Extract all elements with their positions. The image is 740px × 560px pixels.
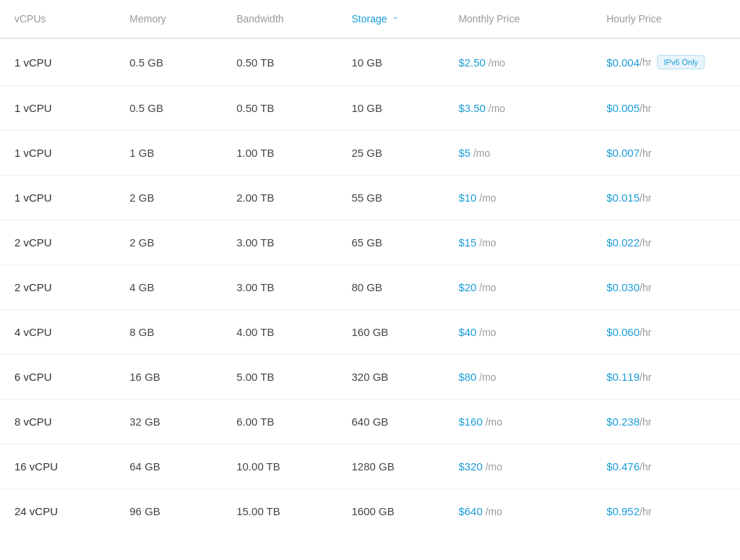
- cell-storage: 160 GB: [337, 310, 444, 355]
- cell-vcpus: 1 vCPU: [0, 38, 115, 86]
- table-row[interactable]: 24 vCPU 96 GB 15.00 TB 1600 GB $640 /mo …: [0, 489, 740, 534]
- cell-bandwidth: 10.00 TB: [222, 444, 337, 489]
- table-row[interactable]: 1 vCPU 1 GB 1.00 TB 25 GB $5 /mo $0.007 …: [0, 131, 740, 176]
- monthly-price: $15: [458, 236, 476, 249]
- table-row[interactable]: 1 vCPU 0.5 GB 0.50 TB 10 GB $3.50 /mo $0…: [0, 86, 740, 131]
- cell-bandwidth: 3.00 TB: [222, 265, 337, 310]
- cell-hourly: $0.030 /hr: [592, 265, 740, 310]
- cell-hourly: $0.060 /hr: [592, 310, 740, 355]
- cell-monthly: $320 /mo: [444, 444, 592, 489]
- monthly-unit: /mo: [483, 461, 502, 473]
- pricing-table: vCPUs Memory Bandwidth Storage ⌃ Monthly…: [0, 0, 740, 533]
- hourly-price: $0.476: [606, 460, 640, 473]
- monthly-price: $320: [458, 460, 482, 473]
- cell-bandwidth: 5.00 TB: [222, 355, 337, 400]
- cell-memory: 1 GB: [115, 131, 222, 176]
- table-row[interactable]: 2 vCPU 4 GB 3.00 TB 80 GB $20 /mo $0.030…: [0, 265, 740, 310]
- hourly-unit: /hr: [640, 103, 651, 114]
- monthly-unit: /mo: [486, 57, 505, 69]
- monthly-price: $20: [458, 281, 476, 293]
- table-row[interactable]: 8 vCPU 32 GB 6.00 TB 640 GB $160 /mo $0.…: [0, 400, 740, 444]
- cell-vcpus: 24 vCPU: [0, 489, 115, 534]
- monthly-unit: /mo: [476, 282, 496, 293]
- hourly-unit: /hr: [640, 237, 651, 249]
- cell-storage: 10 GB: [337, 86, 444, 131]
- sort-icon: ⌃: [392, 16, 398, 24]
- cell-bandwidth: 0.50 TB: [222, 38, 337, 86]
- table-row[interactable]: 1 vCPU 2 GB 2.00 TB 55 GB $10 /mo $0.015…: [0, 176, 740, 220]
- col-header-hourly: Hourly Price: [592, 0, 740, 38]
- cell-storage: 640 GB: [337, 400, 444, 444]
- monthly-price: $640: [458, 505, 482, 517]
- hourly-unit: /hr: [640, 461, 651, 473]
- cell-storage: 1280 GB: [337, 444, 444, 489]
- cell-storage: 55 GB: [337, 176, 444, 220]
- cell-memory: 64 GB: [115, 444, 222, 489]
- storage-header-label: Storage: [351, 13, 387, 25]
- table-row[interactable]: 6 vCPU 16 GB 5.00 TB 320 GB $80 /mo $0.1…: [0, 355, 740, 400]
- ipv6-badge: IPv6 Only: [657, 55, 705, 69]
- cell-vcpus: 6 vCPU: [0, 355, 115, 400]
- hourly-price: $0.952: [606, 505, 640, 517]
- table-row[interactable]: 2 vCPU 2 GB 3.00 TB 65 GB $15 /mo $0.022…: [0, 220, 740, 265]
- cell-memory: 2 GB: [115, 220, 222, 265]
- cell-hourly: $0.005 /hr: [592, 86, 740, 131]
- monthly-unit: /mo: [483, 416, 502, 428]
- monthly-unit: /mo: [470, 147, 490, 159]
- hourly-unit: /hr: [640, 506, 651, 517]
- cell-bandwidth: 3.00 TB: [222, 220, 337, 265]
- table-header-row: vCPUs Memory Bandwidth Storage ⌃ Monthly…: [0, 0, 740, 38]
- cell-vcpus: 16 vCPU: [0, 444, 115, 489]
- cell-monthly: $160 /mo: [444, 400, 592, 444]
- cell-memory: 4 GB: [115, 265, 222, 310]
- cell-monthly: $5 /mo: [444, 131, 592, 176]
- monthly-price: $2.50: [458, 56, 486, 69]
- cell-bandwidth: 4.00 TB: [222, 310, 337, 355]
- monthly-price: $5: [458, 147, 470, 159]
- cell-memory: 0.5 GB: [115, 86, 222, 131]
- cell-hourly: $0.022 /hr: [592, 220, 740, 265]
- cell-bandwidth: 2.00 TB: [222, 176, 337, 220]
- cell-vcpus: 1 vCPU: [0, 86, 115, 131]
- cell-hourly: $0.119 /hr: [592, 355, 740, 400]
- monthly-unit: /mo: [483, 506, 502, 517]
- cell-storage: 1600 GB: [337, 489, 444, 534]
- monthly-unit: /mo: [476, 371, 496, 383]
- col-header-memory: Memory: [115, 0, 222, 38]
- table-row[interactable]: 1 vCPU 0.5 GB 0.50 TB 10 GB $2.50 /mo $0…: [0, 38, 740, 86]
- cell-memory: 2 GB: [115, 176, 222, 220]
- cell-hourly: $0.015 /hr: [592, 176, 740, 220]
- col-header-monthly: Monthly Price: [444, 0, 592, 38]
- cell-memory: 32 GB: [115, 400, 222, 444]
- hourly-price: $0.004: [606, 56, 640, 69]
- monthly-unit: /mo: [476, 327, 496, 338]
- pricing-table-container: vCPUs Memory Bandwidth Storage ⌃ Monthly…: [0, 0, 740, 560]
- cell-memory: 96 GB: [115, 489, 222, 534]
- table-row[interactable]: 4 vCPU 8 GB 4.00 TB 160 GB $40 /mo $0.06…: [0, 310, 740, 355]
- col-header-storage[interactable]: Storage ⌃: [337, 0, 444, 38]
- hourly-price: $0.238: [606, 415, 640, 428]
- hourly-unit: /hr: [640, 147, 651, 159]
- table-row[interactable]: 16 vCPU 64 GB 10.00 TB 1280 GB $320 /mo …: [0, 444, 740, 489]
- cell-storage: 10 GB: [337, 38, 444, 86]
- cell-bandwidth: 0.50 TB: [222, 86, 337, 131]
- col-header-bandwidth: Bandwidth: [222, 0, 337, 38]
- hourly-price: $0.119: [606, 371, 640, 383]
- cell-storage: 320 GB: [337, 355, 444, 400]
- cell-vcpus: 4 vCPU: [0, 310, 115, 355]
- monthly-price: $10: [458, 191, 476, 204]
- hourly-unit: /hr: [640, 56, 651, 68]
- cell-memory: 8 GB: [115, 310, 222, 355]
- cell-memory: 0.5 GB: [115, 38, 222, 86]
- cell-monthly: $2.50 /mo: [444, 38, 592, 86]
- cell-monthly: $40 /mo: [444, 310, 592, 355]
- cell-monthly: $3.50 /mo: [444, 86, 592, 131]
- hourly-unit: /hr: [640, 282, 651, 293]
- hourly-unit: /hr: [640, 371, 651, 383]
- cell-bandwidth: 6.00 TB: [222, 400, 337, 444]
- cell-storage: 80 GB: [337, 265, 444, 310]
- monthly-price: $160: [458, 415, 482, 428]
- monthly-price: $40: [458, 326, 476, 338]
- cell-bandwidth: 1.00 TB: [222, 131, 337, 176]
- hourly-price: $0.060: [606, 326, 640, 338]
